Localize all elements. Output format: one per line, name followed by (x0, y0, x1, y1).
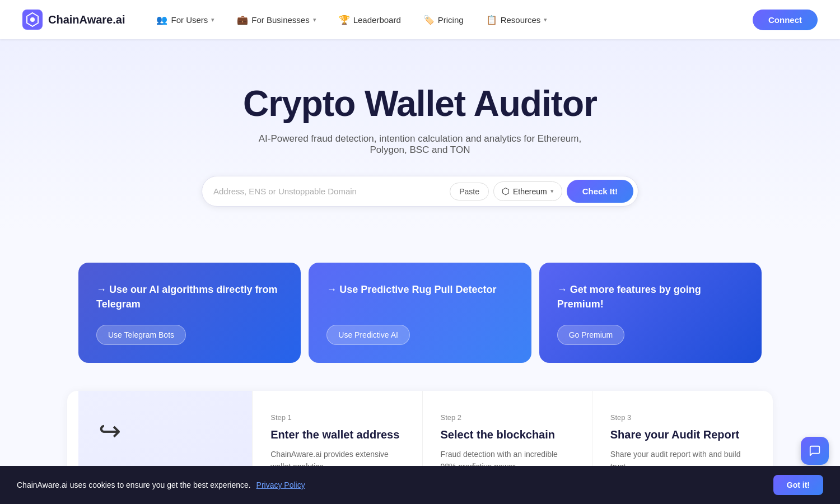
chain-selector[interactable]: ⬡ Ethereum ▾ (493, 181, 562, 201)
check-button[interactable]: Check It! (567, 180, 633, 203)
use-predictive-ai-button[interactable]: Use Predictive AI (326, 325, 410, 345)
hero-section: Crypto Wallet Auditor AI-Powered fraud d… (0, 39, 840, 229)
paste-button[interactable]: Paste (450, 183, 489, 200)
nav-label-leaderboard: Leaderboard (353, 15, 401, 25)
feature-card-premium: → Get more features by going Premium! Go… (539, 263, 762, 362)
nav-label-for-users: For Users (171, 15, 208, 25)
chevron-down-icon: ▾ (211, 16, 214, 24)
nav-item-for-businesses[interactable]: 💼 For Businesses ▾ (228, 10, 325, 30)
chain-chevron-icon: ▾ (550, 188, 554, 195)
search-input[interactable] (213, 186, 445, 196)
chat-button[interactable] (801, 437, 829, 465)
nav-item-resources[interactable]: 📋 Resources ▾ (477, 10, 557, 30)
nav-label-resources: Resources (501, 15, 541, 25)
step-3-title: Share your Audit Report (610, 428, 744, 441)
search-bar: Paste ⬡ Ethereum ▾ Check It! (202, 176, 638, 207)
cookie-banner: ChainAware.ai uses cookies to ensure you… (0, 466, 840, 504)
feature-card-rugpull: → Use Predictive Rug Pull Detector Use P… (309, 263, 531, 362)
chain-label: Ethereum (513, 187, 547, 196)
nav-links: 👥 For Users ▾ 💼 For Businesses ▾ 🏆 Leade… (147, 10, 753, 30)
use-telegram-bots-button[interactable]: Use Telegram Bots (96, 325, 186, 345)
step-1-label: Step 1 (270, 413, 404, 422)
chevron-down-icon-2: ▾ (313, 16, 316, 24)
logo-text: ChainAware.ai (48, 13, 125, 26)
curve-arrow-icon: ↪ (99, 418, 232, 445)
trophy-icon: 🏆 (339, 15, 350, 25)
feature-heading-telegram: → Use our AI algorithms directly from Te… (96, 283, 283, 311)
nav-item-leaderboard[interactable]: 🏆 Leaderboard (330, 10, 410, 30)
nav-item-for-users[interactable]: 👥 For Users ▾ (147, 10, 223, 30)
navbar: ChainAware.ai 👥 For Users ▾ 💼 For Busine… (0, 0, 840, 39)
privacy-policy-link[interactable]: Privacy Policy (256, 480, 305, 489)
connect-button[interactable]: Connect (753, 10, 818, 30)
nav-item-pricing[interactable]: 🏷️ Pricing (414, 10, 473, 30)
nav-label-for-businesses: For Businesses (251, 15, 309, 25)
feature-card-telegram: → Use our AI algorithms directly from Te… (78, 263, 301, 362)
book-icon: 📋 (486, 15, 497, 25)
logo-icon (22, 10, 43, 30)
feature-cards: → Use our AI algorithms directly from Te… (67, 263, 773, 362)
feature-heading-premium: → Get more features by going Premium! (557, 283, 744, 311)
briefcase-icon: 💼 (237, 15, 248, 25)
step-1-title: Enter the wallet address (270, 428, 404, 441)
step-2-label: Step 2 (441, 413, 574, 422)
hero-title: Crypto Wallet Auditor (11, 84, 829, 123)
ethereum-icon: ⬡ (502, 186, 510, 197)
hero-subtitle: AI-Powered fraud detection, intention ca… (252, 133, 588, 156)
tag-icon: 🏷️ (423, 15, 435, 25)
nav-label-pricing: Pricing (438, 15, 464, 25)
step-3-label: Step 3 (610, 413, 744, 422)
cookie-text: ChainAware.ai uses cookies to ensure you… (17, 480, 762, 489)
cookie-got-it-button[interactable]: Got it! (773, 475, 823, 495)
go-premium-button[interactable]: Go Premium (557, 325, 625, 345)
chat-icon (809, 445, 821, 457)
chevron-down-icon-3: ▾ (544, 16, 547, 24)
logo[interactable]: ChainAware.ai (22, 10, 125, 30)
feature-heading-rugpull: → Use Predictive Rug Pull Detector (326, 283, 513, 297)
svg-point-2 (30, 17, 35, 22)
step-2-title: Select the blockchain (441, 428, 574, 441)
users-icon: 👥 (156, 15, 167, 25)
